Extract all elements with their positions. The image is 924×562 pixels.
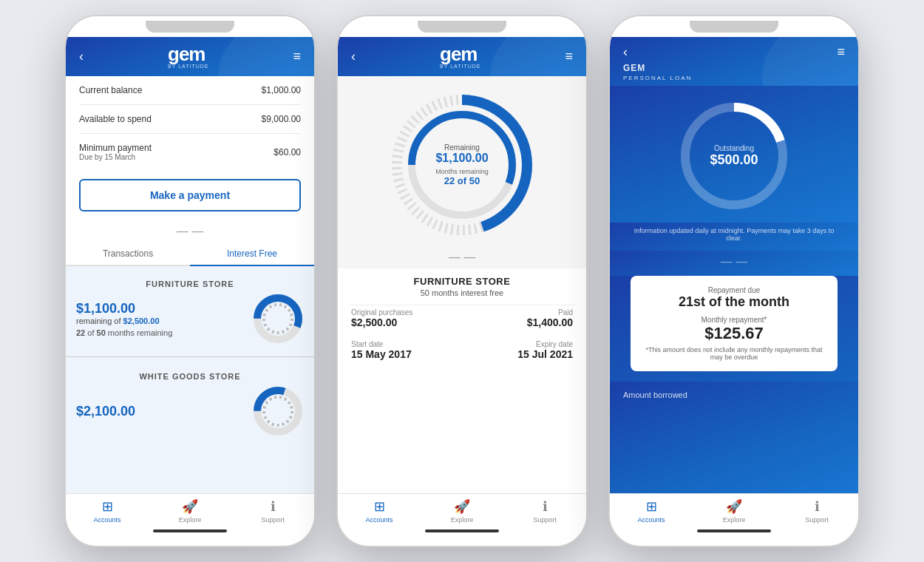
menu-icon-p2[interactable]: ≡	[565, 49, 573, 64]
nav-support-p2[interactable]: ℹ Support	[503, 498, 586, 524]
remaining-value-p2: $1,100.00	[435, 152, 489, 165]
store-1-block: FURNITURE STORE $1,100.00 remaining of $…	[66, 266, 314, 352]
accounts-icon-p1: ⊞	[102, 498, 113, 515]
original-cell: Original purchases $2,500.00	[351, 305, 459, 331]
payment-btn-area: Make a payment	[66, 170, 314, 220]
nav-support-p1[interactable]: ℹ Support	[231, 498, 314, 524]
store-2-donut	[252, 385, 304, 437]
nav-explore-p1[interactable]: 🚀 Explore	[149, 498, 231, 524]
support-icon-p1: ℹ	[271, 498, 276, 515]
store-1-info: $1,100.00 remaining of $2,500.00 22 of 5…	[76, 301, 172, 337]
nav-explore-p3[interactable]: 🚀 Explore	[693, 498, 775, 524]
donut-p3: Outstanding $500.00	[675, 97, 793, 215]
original-label: Original purchases	[351, 308, 459, 316]
outstanding-value-p3: $500.00	[710, 152, 758, 168]
phone-3-header: ‹ ≡ GEM PERSONAL LOAN	[610, 37, 858, 86]
months-value-p2: 22 of 50	[435, 175, 489, 186]
accounts-icon-p3: ⊞	[646, 498, 657, 515]
support-icon-p3: ℹ	[815, 498, 820, 515]
amount-borrowed-label: Amount borrowed	[623, 390, 845, 399]
phone-1-header: ‹ gem BY LATITUDE ≡	[66, 37, 314, 76]
store-2-details: $2,100.00	[76, 385, 304, 437]
phone-2-bottom-bar	[338, 525, 586, 546]
gem-logo-text-p1: gem	[168, 44, 208, 64]
available-row: Available to spend $9,000.00	[79, 105, 301, 134]
phone-2-notch	[418, 21, 506, 33]
paid-cell: Paid $1,400.00	[465, 305, 573, 331]
start-cell: Start date 15 May 2017	[351, 337, 459, 363]
accounts-label-p2: Accounts	[365, 516, 393, 524]
phone-1-bottom-bar	[66, 525, 314, 546]
phone-3-content: ‹ ≡ GEM PERSONAL LOAN Outstanding	[610, 37, 858, 525]
tab-interest-free[interactable]: Interest Free	[190, 243, 314, 266]
repayment-card-p3: Repayment due 21st of the month Monthly …	[631, 276, 838, 371]
nav-accounts-p2[interactable]: ⊞ Accounts	[338, 498, 421, 524]
balance-section: Current balance $1,000.00 Available to s…	[66, 76, 314, 170]
current-balance-value: $1,000.00	[262, 85, 301, 95]
tab-transactions[interactable]: Transactions	[66, 243, 190, 265]
home-indicator-p2	[425, 529, 499, 532]
current-balance-label: Current balance	[79, 85, 142, 95]
store-1-details: $1,100.00 remaining of $2,500.00 22 of 5…	[76, 293, 304, 345]
back-icon-p3[interactable]: ‹	[623, 44, 628, 60]
menu-icon-p3[interactable]: ≡	[837, 44, 845, 60]
back-icon-p2[interactable]: ‹	[351, 49, 356, 64]
phone-3-bottom-bar	[610, 525, 858, 546]
tabs-row-p1: Transactions Interest Free	[66, 243, 314, 266]
current-balance-row: Current balance $1,000.00	[79, 76, 301, 105]
nav-accounts-p1[interactable]: ⊞ Accounts	[66, 498, 149, 524]
monthly-value: $125.67	[641, 324, 827, 343]
store-title-p2: FURNITURE STORE	[338, 268, 586, 288]
remaining-label-p2: Remaining	[435, 143, 489, 152]
store-1-remaining: remaining of $2,500.00	[76, 316, 172, 325]
large-donut-white-p3: Outstanding $500.00	[610, 86, 858, 223]
gem-logo-sub-p1: BY LATITUDE	[168, 64, 208, 69]
phones-container: ‹ gem BY LATITUDE ≡ Current balance $1,0…	[50, 0, 874, 562]
home-indicator-p1	[153, 529, 227, 532]
bottom-nav-p2: ⊞ Accounts 🚀 Explore ℹ Support	[338, 493, 586, 525]
expiry-value: 15 Jul 2021	[465, 348, 573, 360]
phone-2-header: ‹ gem BY LATITUDE ≡	[338, 37, 586, 76]
menu-icon-p1[interactable]: ≡	[293, 49, 301, 64]
support-icon-p2: ℹ	[543, 498, 548, 515]
nav-explore-p2[interactable]: 🚀 Explore	[421, 498, 503, 524]
explore-icon-p3: 🚀	[726, 498, 742, 515]
minimum-value: $60.00	[274, 147, 301, 158]
gem-logo-p2: gem BY LATITUDE	[440, 44, 480, 69]
explore-icon-p1: 🚀	[182, 498, 198, 515]
svg-point-5	[264, 397, 292, 425]
phone-2: ‹ gem BY LATITUDE ≡	[336, 15, 588, 547]
amount-borrowed-section: Amount borrowed	[610, 382, 858, 493]
store-1-amount: $1,100.00	[76, 301, 172, 316]
phone-2-top-bar	[338, 16, 586, 37]
store-1-donut	[252, 293, 304, 345]
nav-accounts-p3[interactable]: ⊞ Accounts	[610, 498, 693, 524]
gem-logo-text-p2: gem	[440, 44, 480, 64]
donut-center-p2: Remaining $1,100.00 Months remaining 22 …	[435, 143, 489, 186]
store-2-amount: $2,100.00	[76, 404, 135, 419]
make-payment-button[interactable]: Make a payment	[79, 179, 301, 211]
expiry-cell: Expiry date 15 Jul 2021	[465, 337, 573, 363]
bottom-nav-p3: ⊞ Accounts 🚀 Explore ℹ Support	[610, 493, 858, 525]
store-divider-p1	[66, 356, 314, 357]
store-1-months: 22 of 50 months remaining	[76, 328, 172, 337]
outstanding-label-p3: Outstanding	[710, 144, 758, 152]
bottom-nav-p1: ⊞ Accounts 🚀 Explore ℹ Support	[66, 493, 314, 525]
store-2-block: WHITE GOODS STORE $2,100.00	[66, 362, 314, 441]
expiry-label: Expiry date	[465, 340, 573, 348]
store-2-info: $2,100.00	[76, 404, 135, 419]
drag-handle-p2: — —	[338, 246, 586, 268]
interest-free-section: FURNITURE STORE $1,100.00 remaining of $…	[66, 266, 314, 493]
explore-icon-p2: 🚀	[454, 498, 470, 515]
loan-title-p3: PERSONAL LOAN	[623, 75, 845, 81]
drag-handle-p3: — —	[610, 251, 858, 276]
nav-support-p3[interactable]: ℹ Support	[775, 498, 858, 524]
gem-logo-sub-p2: BY LATITUDE	[440, 64, 480, 69]
phone-3: ‹ ≡ GEM PERSONAL LOAN Outstanding	[608, 15, 860, 547]
personal-loan-title-group: GEM PERSONAL LOAN	[623, 63, 845, 81]
phone-1: ‹ gem BY LATITUDE ≡ Current balance $1,0…	[64, 15, 316, 547]
paid-value: $1,400.00	[465, 316, 573, 328]
back-icon-p1[interactable]: ‹	[79, 49, 84, 64]
drag-handle-p1: — —	[66, 220, 314, 243]
start-label: Start date	[351, 340, 459, 348]
